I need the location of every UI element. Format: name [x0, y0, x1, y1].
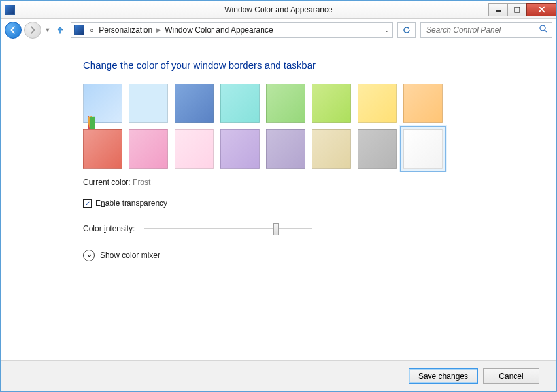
current-color-label: Current color:	[83, 178, 131, 187]
color-swatch-blue[interactable]	[175, 84, 214, 123]
address-bar[interactable]: « Personalization ▶ Window Color and App…	[71, 22, 393, 38]
navigation-bar: ▼ « Personalization ▶ Window Color and A…	[1, 19, 556, 41]
transparency-checkbox[interactable]: ✓	[83, 199, 92, 208]
page-heading: Change the color of your window borders …	[83, 59, 541, 71]
location-icon	[74, 25, 84, 35]
svg-rect-0	[496, 10, 501, 12]
color-swatch-custom[interactable]	[83, 84, 122, 123]
maximize-button[interactable]	[507, 3, 527, 16]
breadcrumb-prefix: «	[87, 26, 96, 34]
color-swatch-orange[interactable]	[403, 84, 443, 123]
forward-button[interactable]	[24, 22, 41, 39]
color-swatch-red[interactable]	[83, 129, 122, 169]
save-button[interactable]: Save changes	[409, 368, 478, 384]
window-title: Window Color and Appearance	[224, 5, 332, 14]
search-box[interactable]	[420, 22, 552, 38]
content-area: Change the color of your window borders …	[1, 41, 556, 360]
search-input[interactable]	[425, 25, 539, 35]
color-swatch-frost[interactable]	[403, 129, 443, 169]
color-swatch-tan[interactable]	[312, 129, 351, 169]
color-swatch-sky[interactable]	[129, 84, 168, 123]
transparency-label[interactable]: Enable transparency	[95, 199, 167, 208]
cancel-button[interactable]: Cancel	[483, 368, 539, 384]
transparency-row: ✓ Enable transparency	[83, 199, 541, 208]
titlebar[interactable]: Window Color and Appearance	[1, 1, 556, 19]
color-swatch-gray[interactable]	[358, 129, 397, 169]
breadcrumb-separator-icon: ▶	[155, 27, 162, 33]
history-dropdown[interactable]: ▼	[44, 22, 52, 38]
slider-track	[144, 228, 312, 229]
svg-rect-1	[515, 7, 520, 12]
breadcrumb-window-color[interactable]: Window Color and Appearance	[165, 25, 273, 35]
app-icon	[5, 5, 15, 15]
color-mixer-label: Show color mixer	[100, 251, 160, 260]
up-button[interactable]	[54, 24, 66, 36]
slider-thumb[interactable]	[273, 223, 279, 235]
color-swatch-purple[interactable]	[220, 129, 260, 169]
svg-point-2	[540, 25, 545, 31]
color-swatch-lime[interactable]	[312, 84, 351, 123]
color-swatch-yellow[interactable]	[358, 84, 397, 123]
close-button[interactable]	[526, 3, 556, 16]
svg-line-3	[545, 30, 547, 32]
intensity-label: Color intensity:	[83, 224, 135, 233]
search-icon[interactable]	[539, 24, 548, 36]
chevron-down-icon[interactable]	[83, 250, 95, 261]
address-dropdown-icon[interactable]: ⌄	[384, 27, 390, 33]
minimize-button[interactable]	[488, 3, 508, 16]
window-frame: Window Color and Appearance ▼ « Personal…	[0, 0, 557, 392]
intensity-row: Color intensity:	[83, 222, 541, 235]
breadcrumb-personalization[interactable]: Personalization	[99, 25, 152, 35]
color-swatch-teal[interactable]	[220, 84, 260, 123]
window-controls	[489, 3, 556, 16]
intensity-slider[interactable]	[144, 222, 312, 235]
footer: Save changes Cancel	[1, 360, 556, 391]
back-button[interactable]	[5, 22, 22, 39]
current-color-row: Current color: Frost	[83, 178, 541, 187]
color-swatch-violet[interactable]	[266, 129, 305, 169]
color-swatch-blush[interactable]	[175, 129, 214, 169]
color-swatch-pink[interactable]	[129, 129, 168, 169]
color-swatch-green[interactable]	[266, 84, 305, 123]
color-mixer-row[interactable]: Show color mixer	[83, 250, 541, 261]
refresh-button[interactable]	[397, 22, 416, 38]
current-color-value: Frost	[133, 178, 150, 187]
color-swatches	[83, 84, 475, 169]
